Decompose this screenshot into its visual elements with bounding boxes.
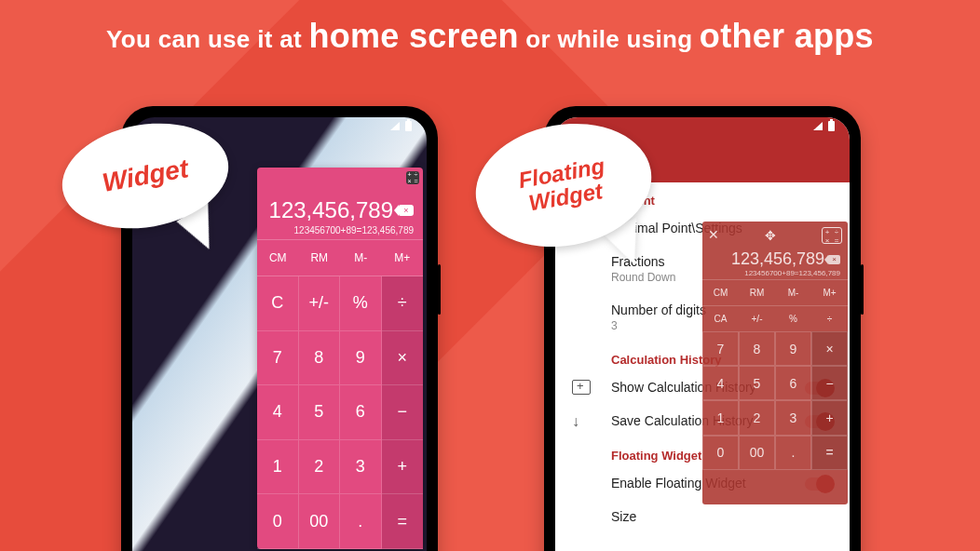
float-func-row: CA +/- % ÷ (702, 305, 848, 331)
fkey-6[interactable]: 6 (775, 366, 811, 400)
headline-emphasis: other apps (700, 17, 874, 55)
fkey-sub[interactable]: − (811, 366, 848, 400)
fkey-ca[interactable]: CA (702, 306, 739, 331)
move-icon[interactable]: ✥ (762, 227, 779, 244)
signal-icon (390, 122, 400, 130)
fmem-minus[interactable]: M- (775, 280, 811, 305)
key-1[interactable]: 1 (257, 440, 299, 495)
key-clear[interactable]: C (257, 276, 299, 331)
fkey-percent[interactable]: % (775, 306, 811, 331)
key-eq[interactable]: = (382, 494, 424, 549)
fkey-3[interactable]: 3 (775, 400, 811, 435)
fkey-0[interactable]: 0 (702, 436, 739, 470)
key-div[interactable]: ÷ (382, 276, 424, 331)
fkey-add[interactable]: + (811, 400, 848, 435)
fkey-00[interactable]: 00 (739, 436, 775, 470)
history-show-icon (572, 380, 591, 395)
float-display: 123,456,789 × 123456700+89=123,456,789 (702, 246, 848, 279)
bubble-text: Widget (100, 154, 190, 198)
memory-row: CM RM M- M+ (257, 239, 423, 276)
key-3[interactable]: 3 (340, 440, 382, 495)
fkey-5[interactable]: 5 (739, 366, 775, 400)
fmem-plus[interactable]: M+ (811, 280, 848, 305)
fmem-rm[interactable]: RM (739, 280, 775, 305)
signal-icon (813, 122, 823, 130)
battery-icon (828, 121, 835, 131)
key-2[interactable]: 2 (299, 440, 341, 495)
status-bar (813, 121, 835, 131)
key-4[interactable]: 4 (257, 385, 299, 440)
key-mul[interactable]: × (382, 331, 424, 386)
mem-cm[interactable]: CM (257, 240, 299, 276)
key-add[interactable]: + (382, 440, 424, 495)
float-keypad: 7 8 9 × 4 5 6 − 1 2 3 + 0 00 . = (702, 331, 848, 504)
battery-icon (405, 121, 412, 131)
key-percent[interactable]: % (340, 276, 382, 331)
widget-apps-icon[interactable]: +÷×= (406, 171, 419, 184)
fkey-mul[interactable]: × (811, 331, 848, 366)
mem-minus[interactable]: M- (340, 240, 382, 276)
status-bar (390, 121, 412, 131)
key-6[interactable]: 6 (340, 385, 382, 440)
keypad: C +/- % ÷ 7 8 9 × 4 5 6 − 1 2 3 + 0 00 .… (257, 276, 423, 549)
float-expression: 123456700+89=123,456,789 (710, 269, 840, 277)
expand-icon[interactable]: +÷×= (822, 227, 842, 244)
row-size[interactable]: Size (555, 500, 850, 533)
download-icon (572, 413, 591, 428)
float-result: 123,456,789 (731, 249, 824, 269)
floating-calculator[interactable]: ✕ ✥ +÷×= 123,456,789 × 123456700+89=123,… (702, 222, 848, 504)
calc-expression: 123456700+89=123,456,789 (266, 225, 414, 235)
backspace-icon[interactable]: × (828, 255, 840, 264)
fkey-8[interactable]: 8 (739, 331, 775, 366)
key-7[interactable]: 7 (257, 331, 299, 386)
key-sub[interactable]: − (382, 385, 424, 440)
key-sign[interactable]: +/- (299, 276, 341, 331)
key-8[interactable]: 8 (299, 331, 341, 386)
fkey-div[interactable]: ÷ (811, 306, 848, 331)
fkey-1[interactable]: 1 (702, 400, 739, 435)
key-0[interactable]: 0 (257, 494, 299, 549)
mem-rm[interactable]: RM (299, 240, 341, 276)
fkey-9[interactable]: 9 (775, 331, 811, 366)
headline: You can use it at home screen or while u… (0, 17, 980, 56)
row-label: Size (611, 509, 833, 524)
key-5[interactable]: 5 (299, 385, 341, 440)
fkey-4[interactable]: 4 (702, 366, 739, 400)
key-dot[interactable]: . (340, 494, 382, 549)
calc-result: 123,456,789 (269, 197, 393, 223)
fkey-dot[interactable]: . (775, 436, 811, 470)
headline-part: or while using (519, 25, 700, 53)
headline-emphasis: home screen (308, 17, 518, 55)
fmem-cm[interactable]: CM (702, 280, 739, 305)
fkey-7[interactable]: 7 (702, 331, 739, 366)
close-icon[interactable]: ✕ (708, 227, 719, 244)
calculator-widget[interactable]: +÷×= 123,456,789 × 123456700+89=123,456,… (257, 168, 423, 549)
headline-part: You can use it at (106, 25, 308, 53)
mem-plus[interactable]: M+ (382, 240, 424, 276)
float-mem-row: CM RM M- M+ (702, 279, 848, 305)
backspace-icon[interactable]: × (399, 205, 414, 216)
key-9[interactable]: 9 (340, 331, 382, 386)
fkey-sign[interactable]: +/- (739, 306, 775, 331)
key-00[interactable]: 00 (299, 494, 341, 549)
calc-display: 123,456,789 × 123456700+89=123,456,789 (257, 168, 423, 239)
fkey-eq[interactable]: = (811, 436, 848, 470)
fkey-2[interactable]: 2 (739, 400, 775, 435)
